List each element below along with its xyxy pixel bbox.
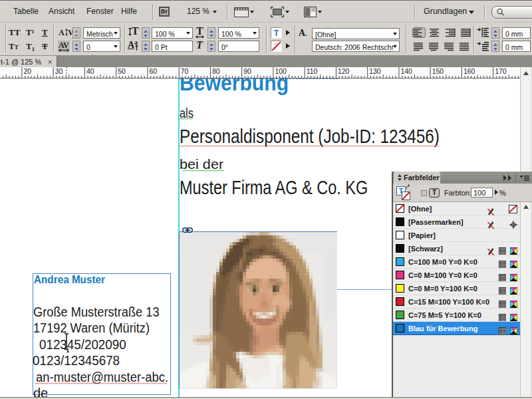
svg-text:120: 120 bbox=[338, 67, 350, 75]
svg-text:160: 160 bbox=[464, 67, 475, 75]
svg-text:100: 100 bbox=[275, 67, 287, 75]
svg-text:140: 140 bbox=[400, 67, 412, 75]
svg-text:90: 90 bbox=[243, 67, 251, 75]
svg-text:50: 50 bbox=[118, 67, 126, 75]
svg-text:130: 130 bbox=[369, 67, 381, 75]
svg-text:20: 20 bbox=[23, 67, 31, 75]
svg-text:30: 30 bbox=[55, 67, 63, 75]
svg-text:170: 170 bbox=[495, 67, 507, 75]
svg-text:80: 80 bbox=[212, 67, 220, 75]
svg-text:60: 60 bbox=[149, 67, 157, 75]
svg-text:150: 150 bbox=[432, 67, 444, 75]
svg-text:40: 40 bbox=[86, 67, 94, 75]
svg-text:110: 110 bbox=[307, 67, 318, 75]
svg-text:70: 70 bbox=[181, 67, 189, 75]
